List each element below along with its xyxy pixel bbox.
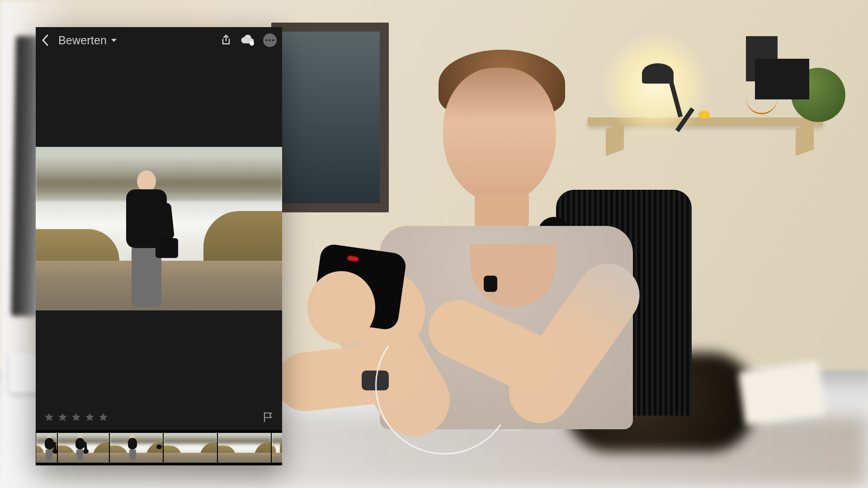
photo-canvas[interactable] — [36, 53, 282, 404]
mode-dropdown[interactable]: Bewerten — [58, 34, 117, 47]
cloud-sync-button[interactable] — [240, 35, 255, 46]
flag-icon — [262, 411, 274, 423]
star-icon[interactable] — [57, 412, 68, 422]
dot-icon — [272, 39, 274, 41]
filmstrip-thumb[interactable] — [218, 433, 271, 463]
mode-label: Bewerten — [58, 34, 107, 47]
cloud-sync-icon — [240, 35, 255, 46]
rating-bar — [36, 404, 282, 430]
app-screen: Bewerten — [36, 27, 282, 465]
filmstrip-thumb[interactable] — [164, 433, 217, 463]
filmstrip-thumb[interactable] — [58, 433, 109, 463]
star-icon[interactable] — [85, 412, 95, 422]
app-header: Bewerten — [36, 27, 282, 53]
dot-icon — [269, 39, 271, 41]
dot-icon — [266, 39, 268, 41]
chevron-left-icon — [41, 34, 50, 47]
star-icon[interactable] — [71, 412, 81, 422]
more-options-button[interactable] — [263, 33, 277, 47]
filmstrip-thumb[interactable] — [110, 433, 163, 463]
star-icon[interactable] — [44, 412, 54, 422]
filmstrip-thumb[interactable] — [36, 433, 57, 463]
flag-toggle[interactable] — [262, 411, 274, 423]
chevron-down-icon — [111, 39, 117, 42]
share-icon — [221, 34, 231, 47]
svg-point-0 — [250, 41, 254, 46]
filmstrip-thumb[interactable] — [272, 433, 282, 463]
back-button[interactable] — [41, 34, 50, 47]
share-button[interactable] — [221, 34, 231, 47]
filmstrip[interactable] — [36, 430, 282, 465]
star-rating[interactable] — [44, 412, 108, 422]
lavalier-mic — [484, 276, 497, 292]
star-icon[interactable] — [98, 412, 108, 422]
main-photo-preview — [36, 147, 282, 310]
